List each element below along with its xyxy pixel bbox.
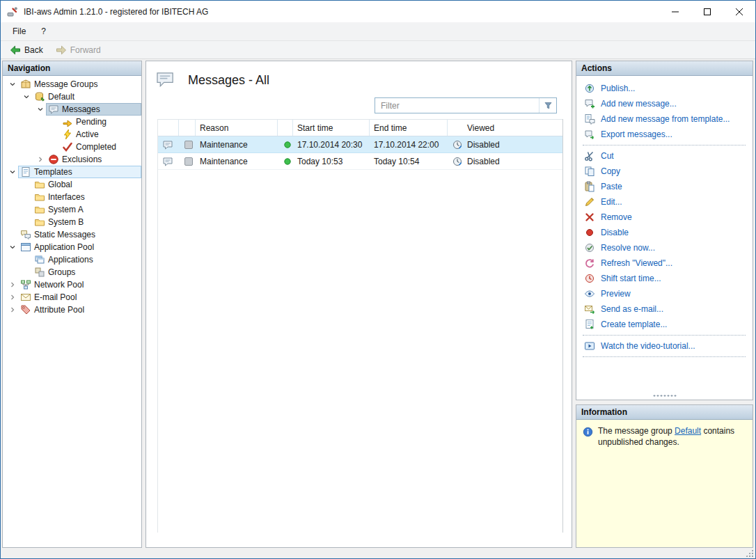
minimize-button[interactable]	[659, 1, 691, 22]
tree-item-label: Groups	[48, 267, 75, 277]
menu-item-[interactable]: ?	[33, 24, 54, 39]
action-edit[interactable]: Edit...	[576, 194, 753, 210]
cell-end_time: 17.10.2014 22:00	[370, 136, 448, 152]
chevron-right-icon[interactable]	[35, 154, 46, 165]
column-header-reason[interactable]: Reason	[196, 120, 278, 136]
actions-info-splitter[interactable]	[576, 392, 753, 400]
tree-item-applications[interactable]: Applications	[3, 253, 141, 266]
cell-end_time: Today 10:54	[370, 153, 448, 169]
tree-item-label: Message Groups	[34, 79, 97, 89]
title-bar[interactable]: IBI-aws Admin 1.21.0 - registered for IB…	[1, 1, 755, 22]
information-panel-header: Information	[576, 405, 753, 420]
tree-item-system-b[interactable]: System B	[3, 216, 141, 228]
tree-item-label: Exclusions	[62, 155, 102, 164]
tree-item-templates[interactable]: Templates	[3, 166, 141, 178]
action-shift-start-time[interactable]: Shift start time...	[576, 271, 753, 286]
action-publish[interactable]: Publish...	[576, 81, 753, 96]
action-copy[interactable]: Copy	[576, 164, 753, 179]
chevron-down-icon[interactable]	[7, 166, 18, 178]
actions-separator	[583, 356, 746, 357]
cell-viewed: Disabled	[448, 136, 562, 152]
tree-item-system-a[interactable]: System A	[3, 203, 141, 216]
action-label: Shift start time...	[601, 274, 661, 283]
tree-item-interfaces[interactable]: Interfaces	[3, 191, 141, 203]
tree-item-network-pool[interactable]: Network Pool	[3, 278, 141, 291]
tree-item-attribute-pool[interactable]: Attribute Pool	[3, 304, 141, 316]
action-export-messages[interactable]: Export messages...	[576, 127, 753, 142]
action-cut[interactable]: Cut	[576, 148, 753, 164]
tree-item-active[interactable]: Active	[3, 128, 141, 141]
action-add-new-message-from-template[interactable]: Add new message from template...	[576, 111, 753, 127]
cell-status-icon	[278, 153, 293, 169]
back-button[interactable]: Back	[4, 42, 49, 58]
menu-item-file[interactable]: File	[5, 24, 33, 39]
tree-item-global[interactable]: Global	[3, 178, 141, 191]
tree-item-messages[interactable]: Messages	[3, 103, 141, 116]
column-header-icon-1[interactable]	[179, 120, 196, 136]
cell-start_time: 17.10.2014 20:30	[293, 136, 370, 152]
tree-item-label: Applications	[48, 255, 93, 265]
tree-item-body: Exclusions	[46, 153, 141, 166]
tree-item-body: Messages	[46, 103, 141, 116]
chevron-down-icon[interactable]	[7, 242, 18, 253]
chevron-spacer	[49, 129, 60, 140]
action-refresh-viewed[interactable]: Refresh "Viewed"...	[576, 255, 753, 271]
action-label: Create template...	[601, 320, 667, 329]
close-button[interactable]	[723, 1, 755, 22]
action-add-new-message[interactable]: Add new message...	[576, 96, 753, 111]
chevron-down-icon[interactable]	[21, 91, 32, 102]
tree-item-label: Messages	[62, 104, 100, 114]
tree-item-application-pool[interactable]: Application Pool	[3, 241, 141, 253]
chevron-right-icon[interactable]	[7, 304, 18, 315]
chevron-right-icon[interactable]	[7, 279, 18, 290]
tree-item-body: System B	[32, 216, 141, 228]
cell-reason: Maintenance	[196, 136, 278, 152]
tree-item-body: Default	[32, 90, 141, 103]
tree-item-completed[interactable]: Completed	[3, 141, 141, 153]
column-header-end_time[interactable]: End time	[370, 120, 448, 136]
window-controls	[659, 1, 755, 22]
column-header-label: End time	[374, 123, 407, 133]
action-create-template[interactable]: Create template...	[576, 317, 753, 332]
maximize-button[interactable]	[691, 1, 723, 22]
table-row[interactable]: Maintenance17.10.2014 20:3017.10.2014 22…	[158, 136, 562, 153]
action-send-as-e-mail[interactable]: Send as e-mail...	[576, 301, 753, 317]
table-row[interactable]: MaintenanceToday 10:53Today 10:54Disable…	[158, 153, 562, 170]
action-resolve-now[interactable]: Resolve now...	[576, 240, 753, 255]
app-window: IBI-aws Admin 1.21.0 - registered for IB…	[0, 0, 756, 559]
chevron-right-icon[interactable]	[7, 292, 18, 303]
tree-item-pending[interactable]: Pending	[3, 116, 141, 128]
default-group-link[interactable]: Default	[675, 426, 701, 436]
refresh-viewed-icon	[584, 258, 595, 269]
action-preview[interactable]: Preview	[576, 286, 753, 301]
applications-icon	[34, 254, 45, 265]
chevron-down-icon[interactable]	[7, 79, 18, 90]
tree-item-groups[interactable]: Groups	[3, 266, 141, 278]
action-remove[interactable]: Remove	[576, 210, 753, 225]
column-header-viewed[interactable]: Viewed	[448, 120, 562, 136]
chevron-down-icon[interactable]	[35, 104, 46, 115]
action-watch-the-video-tutorial[interactable]: Watch the video-tutorial...	[576, 338, 753, 354]
export-messages-icon	[584, 129, 595, 140]
resolve-icon	[584, 242, 595, 253]
filter-funnel-icon[interactable]	[539, 98, 556, 113]
column-header-icon-3[interactable]	[278, 120, 293, 136]
action-disable[interactable]: Disable	[576, 225, 753, 240]
chevron-spacer	[7, 229, 18, 240]
forward-button[interactable]: Forward	[50, 42, 107, 58]
tree-item-message-groups[interactable]: Message Groups	[3, 78, 141, 90]
column-header-start_time[interactable]: Start time	[293, 120, 370, 136]
tree-item-default[interactable]: Default	[3, 90, 141, 103]
action-paste[interactable]: Paste	[576, 179, 753, 194]
video-tutorial-icon	[584, 340, 595, 352]
tree-item-exclusions[interactable]: Exclusions	[3, 153, 141, 166]
tree-item-e-mail-pool[interactable]: E-mail Pool	[3, 291, 141, 304]
tree-item-body: Applications	[32, 253, 141, 266]
page-title: Messages - All	[188, 73, 269, 88]
filter-input[interactable]	[375, 98, 539, 113]
tree-item-static-messages[interactable]: Static Messages	[3, 228, 141, 241]
publish-icon	[584, 83, 595, 94]
column-header-icon-0[interactable]	[158, 120, 179, 136]
resize-grip[interactable]	[746, 549, 753, 557]
splitter-grip-icon	[653, 395, 677, 397]
